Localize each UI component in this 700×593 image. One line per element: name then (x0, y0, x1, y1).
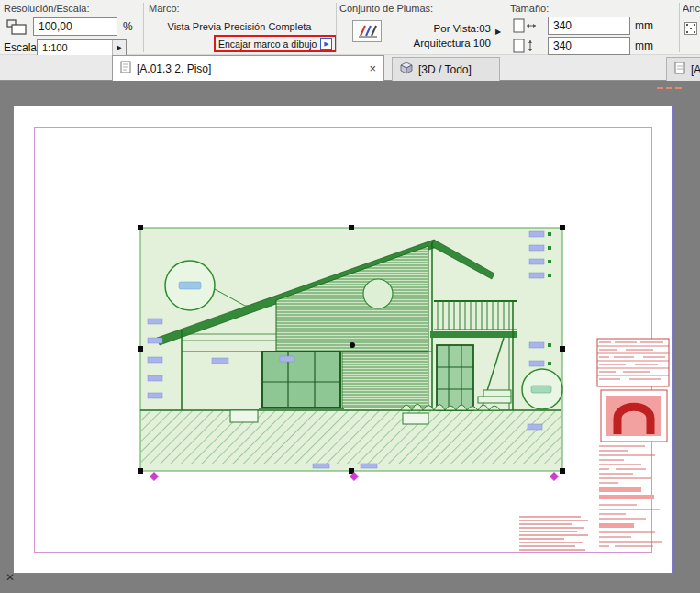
pen-set-section-title: Conjunto de Plumas: (339, 3, 433, 14)
anchor-grid-icon[interactable] (684, 22, 698, 36)
sheet-icon (674, 62, 685, 77)
scale-dropdown[interactable]: 1:100 ▶ (37, 39, 127, 56)
resolution-section-title: Resolución/Escala: (4, 3, 90, 14)
scale-icon (6, 19, 28, 35)
hotspot-diamond (150, 472, 559, 481)
document-tabbar: [A.01.3 2. Piso] × [3D / Todo] [ (0, 55, 700, 81)
tab-close-icon[interactable]: × (369, 62, 376, 75)
marker-dash (666, 87, 672, 89)
marco-section-title: Marco: (149, 3, 180, 14)
pen-set-name: Arquitectura 100 (402, 38, 491, 49)
pen-set-button[interactable] (352, 20, 382, 42)
layout-canvas[interactable]: ✕ (0, 81, 700, 593)
tab-3d[interactable]: [3D / Todo] (392, 57, 500, 81)
app-window: Resolución/Escala: % Escala: 1:100 ▶ Mar… (0, 0, 700, 593)
title-block[interactable] (517, 334, 674, 558)
height-input[interactable] (548, 37, 630, 55)
pen-set-mode: Por Vista:03 (404, 23, 491, 34)
fit-frame-label: Encajar marco a dibujo (218, 39, 317, 50)
height-unit-label: mm (635, 39, 653, 52)
layout-page-icon (120, 61, 131, 76)
fit-frame-to-drawing-button[interactable]: Encajar marco a dibujo ▶ (218, 38, 332, 50)
flyout-arrow-icon[interactable]: ▶ (495, 28, 501, 36)
flyout-arrow-icon[interactable]: ▶ (112, 40, 126, 55)
anchor-section-title: Ancl (683, 3, 700, 14)
layout-sheet[interactable] (13, 106, 673, 574)
scale-value: 1:100 (38, 42, 112, 53)
tab-elevation-clipped[interactable]: [Alz (666, 57, 700, 81)
resolution-input[interactable] (33, 17, 117, 36)
play-flyout-icon[interactable]: ▶ (320, 38, 332, 50)
cube-3d-icon (400, 62, 413, 77)
section-divider (506, 3, 506, 52)
layout-drawing-selected[interactable] (133, 220, 570, 481)
tab-label: [3D / Todo] (418, 63, 472, 76)
pen-set-icon (355, 22, 379, 41)
tab-label: [Alz (691, 63, 700, 76)
section-divider (679, 3, 680, 52)
marker-dash (675, 87, 682, 89)
archicad-logo (601, 390, 667, 442)
pane-close-button[interactable]: ✕ (6, 571, 15, 584)
fit-frame-highlight: Encajar marco a dibujo ▶ (214, 35, 337, 52)
preview-mode-label[interactable]: Vista Previa Precisión Completa (152, 21, 327, 32)
percent-label: % (123, 20, 133, 33)
settings-toolbar: Resolución/Escala: % Escala: 1:100 ▶ Mar… (0, 0, 700, 55)
page-height-icon (512, 39, 538, 53)
marker-dash (657, 87, 663, 89)
page-width-icon (512, 18, 538, 33)
width-input[interactable] (548, 17, 630, 35)
section-divider (336, 3, 337, 52)
section-divider (143, 3, 144, 52)
size-section-title: Tamaño: (510, 3, 549, 14)
scale-label: Escala: (4, 41, 39, 54)
tab-label: [A.01.3 2. Piso] (137, 62, 211, 75)
tab-layout-active[interactable]: [A.01.3 2. Piso] × (112, 55, 384, 81)
width-unit-label: mm (635, 19, 653, 32)
